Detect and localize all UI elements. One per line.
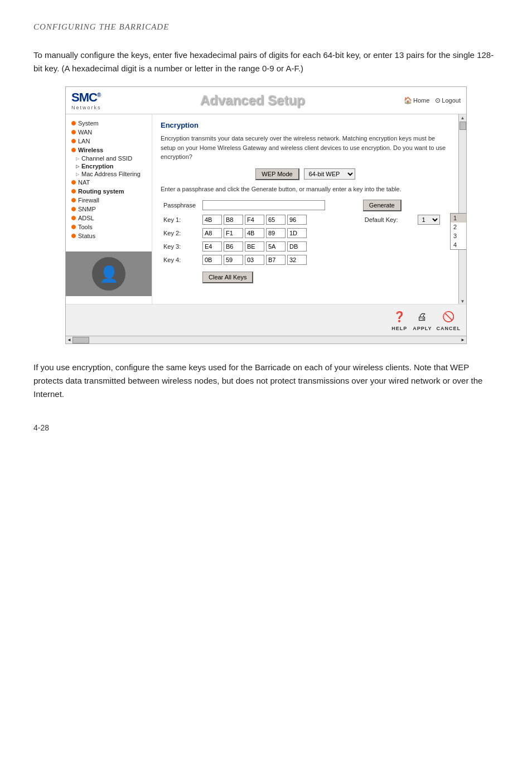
key2-input2[interactable] bbox=[224, 228, 243, 238]
scroll-down-icon[interactable]: ▼ bbox=[461, 299, 465, 304]
key3-input3[interactable] bbox=[245, 241, 264, 251]
scroll-up-icon[interactable]: ▲ bbox=[461, 115, 465, 120]
key4-input3[interactable] bbox=[245, 255, 264, 265]
key4-row: Key 4: bbox=[161, 253, 450, 267]
scroll-right-icon[interactable]: ► bbox=[460, 336, 466, 344]
wep-mode-button[interactable]: WEP Mode bbox=[255, 168, 299, 180]
generate-button[interactable]: Generate bbox=[363, 200, 402, 211]
sidebar-item-nat[interactable]: NAT bbox=[66, 178, 152, 187]
sidebar-item-encryption[interactable]: ▷ Encryption bbox=[76, 162, 152, 170]
sidebar-label-nat: NAT bbox=[78, 179, 90, 186]
sidebar-item-channel-ssid[interactable]: ▷ Channel and SSID bbox=[76, 154, 152, 162]
bullet-icon bbox=[71, 189, 76, 194]
page-number: 4-28 bbox=[33, 423, 499, 432]
sidebar-item-firewall[interactable]: Firewall bbox=[66, 196, 152, 205]
home-link[interactable]: 🏠 Home bbox=[404, 96, 429, 104]
bullet-icon bbox=[71, 139, 76, 143]
key3-input1[interactable] bbox=[202, 241, 222, 251]
sidebar-item-status[interactable]: Status bbox=[66, 231, 152, 240]
sidebar-label-routing: Routing system bbox=[78, 188, 124, 195]
apply-button[interactable]: 🖨 APPLY bbox=[413, 309, 432, 331]
key1-inputs bbox=[202, 215, 357, 225]
key4-input5[interactable] bbox=[287, 255, 307, 265]
sidebar-item-wireless[interactable]: Wireless bbox=[66, 146, 152, 154]
key4-input1[interactable] bbox=[202, 255, 222, 265]
logo-networks: Networks bbox=[71, 105, 101, 110]
key1-input3[interactable] bbox=[245, 215, 264, 225]
content-panel: Encryption Encryption transmits your dat… bbox=[152, 114, 458, 304]
key4-inputs bbox=[202, 255, 357, 265]
arrow-icon: ▷ bbox=[76, 156, 79, 161]
logout-icon: ⊙ bbox=[435, 96, 441, 104]
key2-input5[interactable] bbox=[287, 228, 307, 238]
home-icon: 🏠 bbox=[404, 96, 412, 104]
key3-label: Key 3: bbox=[161, 240, 200, 253]
sidebar-label-system: System bbox=[78, 120, 99, 127]
key2-inputs bbox=[202, 228, 357, 238]
advanced-setup-banner: Advanced Setup bbox=[200, 93, 305, 108]
key2-label: Key 2: bbox=[161, 226, 200, 240]
cancel-label: CANCEL bbox=[437, 326, 461, 331]
key2-input1[interactable] bbox=[202, 228, 222, 238]
wep-mode-select[interactable]: 64-bit WEP 128-bit WEP bbox=[304, 168, 355, 180]
horizontal-scrollbar[interactable]: ◄ ► bbox=[66, 336, 466, 344]
scroll-thumb[interactable] bbox=[460, 122, 466, 130]
default-key-label: Default Key: bbox=[365, 216, 398, 223]
key3-input5[interactable] bbox=[287, 241, 307, 251]
vertical-scrollbar[interactable]: ▲ ▼ bbox=[458, 114, 466, 304]
sidebar: System WAN LAN Wireless bbox=[66, 114, 152, 304]
key3-input4[interactable] bbox=[266, 241, 286, 251]
sidebar-item-system[interactable]: System bbox=[66, 119, 152, 128]
main-layout: System WAN LAN Wireless bbox=[66, 114, 466, 304]
logout-link[interactable]: ⊙ Logout bbox=[435, 96, 461, 104]
apply-icon: 🖨 bbox=[413, 309, 431, 325]
sidebar-item-wan[interactable]: WAN bbox=[66, 128, 152, 137]
encryption-description: Encryption transmits your data securely … bbox=[161, 134, 450, 162]
bullet-icon bbox=[71, 130, 76, 134]
bullet-icon bbox=[71, 180, 76, 185]
sidebar-label-mac: Mac Address Filtering bbox=[81, 171, 141, 177]
key4-input4[interactable] bbox=[266, 255, 286, 265]
help-icon: ❓ bbox=[390, 309, 408, 325]
clear-all-button[interactable]: Clear All Keys bbox=[202, 272, 253, 283]
passphrase-input[interactable] bbox=[202, 200, 325, 210]
key1-input2[interactable] bbox=[224, 215, 243, 225]
bullet-icon bbox=[71, 234, 76, 238]
wep-mode-row: WEP Mode 64-bit WEP 128-bit WEP bbox=[161, 168, 450, 180]
sidebar-label-firewall: Firewall bbox=[78, 197, 99, 204]
sidebar-item-adsl[interactable]: ADSL bbox=[66, 214, 152, 222]
sidebar-item-tools[interactable]: Tools bbox=[66, 222, 152, 231]
key3-input2[interactable] bbox=[224, 241, 243, 251]
sidebar-item-routing[interactable]: Routing system bbox=[66, 187, 152, 196]
key1-input4[interactable] bbox=[266, 215, 286, 225]
sidebar-label-encryption: Encryption bbox=[81, 163, 113, 170]
sidebar-item-mac-filter[interactable]: ▷ Mac Address Filtering bbox=[76, 170, 152, 178]
apply-label: APPLY bbox=[413, 326, 432, 331]
bullet-icon bbox=[71, 198, 76, 202]
sidebar-item-lan[interactable]: LAN bbox=[66, 137, 152, 146]
scroll-left-icon[interactable]: ◄ bbox=[66, 336, 72, 344]
key2-input3[interactable] bbox=[245, 228, 264, 238]
logo-text: SMC® bbox=[71, 90, 100, 105]
keys-table: Passphrase Generate bbox=[161, 198, 450, 285]
help-button[interactable]: ❓ HELP bbox=[390, 309, 408, 331]
sidebar-image: 👤 bbox=[66, 251, 152, 296]
passphrase-label: Passphrase bbox=[161, 198, 200, 213]
bullet-icon bbox=[71, 207, 76, 211]
key2-input4[interactable] bbox=[266, 228, 286, 238]
key3-inputs bbox=[202, 241, 357, 251]
sidebar-item-snmp[interactable]: SNMP bbox=[66, 205, 152, 214]
key1-input5[interactable] bbox=[287, 215, 307, 225]
default-key-select[interactable]: 1 2 3 4 bbox=[418, 215, 440, 225]
h-scroll-thumb[interactable] bbox=[72, 337, 89, 344]
section-title: Encryption bbox=[161, 121, 450, 129]
cancel-button[interactable]: 🚫 CANCEL bbox=[437, 309, 461, 331]
sidebar-label-snmp: SNMP bbox=[78, 206, 96, 212]
bullet-icon bbox=[71, 225, 76, 229]
key1-input1[interactable] bbox=[202, 215, 222, 225]
sidebar-label-channel: Channel and SSID bbox=[81, 155, 132, 162]
sidebar-label-wireless: Wireless bbox=[78, 147, 103, 153]
smc-logo: SMC® Networks bbox=[71, 90, 101, 110]
key4-input2[interactable] bbox=[224, 255, 243, 265]
arrow-icon: ▷ bbox=[76, 164, 79, 169]
